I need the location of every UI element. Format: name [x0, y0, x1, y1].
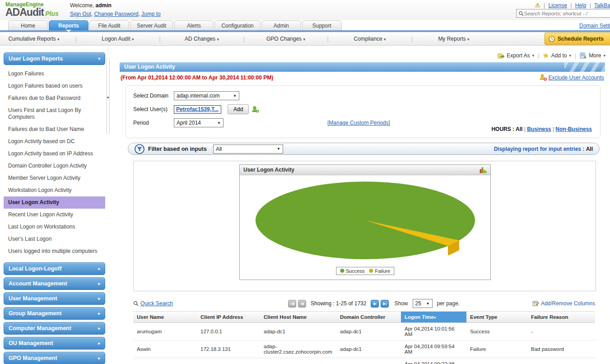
hours-filter: HOURS : All | Business | Non-Business: [491, 126, 592, 132]
sidebar-item-last-logon-workstations[interactable]: Last Logon on Workstations: [4, 221, 105, 233]
tab-admin[interactable]: Admin: [261, 20, 301, 30]
primary-tabs: Home Reports File Audit Server Audit Ale…: [0, 20, 610, 30]
domain-settings-link[interactable]: Domain Settings: [579, 23, 610, 29]
sidebar-item-logon-failures[interactable]: Logon Failures: [4, 68, 105, 80]
col-failure-reason[interactable]: Failure Reason: [527, 312, 595, 323]
col-domain-controller[interactable]: Domain Controller: [336, 312, 401, 323]
license-link[interactable]: License: [548, 2, 567, 9]
chart-type-icon[interactable]: [480, 167, 487, 173]
report-title: User Logon Activity: [124, 64, 175, 70]
sidebar-section-group-management[interactable]: Group Management▸: [4, 307, 105, 320]
tab-configuration[interactable]: Configuration: [214, 20, 260, 30]
subnav-cumulative-reports[interactable]: Cumulative Reports ▾: [0, 36, 68, 42]
schedule-reports-button[interactable]: Schedule Reports: [545, 33, 610, 45]
last-page-button[interactable]: ▶|: [381, 300, 389, 308]
search-input[interactable]: [524, 11, 605, 16]
table-row[interactable]: Aswin 172.18.3.131 adap-cluster2.csez.zo…: [133, 341, 595, 358]
sidebar-item-bad-user-name[interactable]: Failures due to Bad User Name: [4, 123, 105, 135]
domain-select[interactable]: adap.internal.com ▼: [174, 91, 239, 100]
report-criteria-panel: Select Domain adap.internal.com ▼ Select…: [126, 85, 601, 138]
tab-file-audit[interactable]: File Audit: [89, 20, 129, 30]
col-client-ip[interactable]: Client IP Address: [197, 312, 260, 323]
failure-legend-dot: [369, 269, 373, 273]
tab-alerts[interactable]: Alerts: [174, 20, 214, 30]
period-select[interactable]: April 2014 ▼: [174, 118, 224, 127]
filter-status: Displaying report for input entries : Al…: [494, 146, 593, 152]
hours-nonbusiness-link[interactable]: Non-Business: [555, 126, 592, 132]
select-users-label: Select User(s): [133, 106, 174, 112]
sidebar-item-first-last-logon[interactable]: Users First and Last Logon By Computers: [4, 104, 105, 123]
report-date-range: (From Apr 01,2014 12:00:00 AM to Apr 30,…: [121, 75, 273, 81]
sidebar-item-member-server[interactable]: Member Server Logon Activity: [4, 172, 105, 184]
exclude-user-accounts-link[interactable]: Exclude User Accounts: [540, 74, 604, 81]
sidebar-item-dc-logon-activity[interactable]: Domain Controller Logon Activity: [4, 160, 105, 172]
tab-reports[interactable]: Reports: [49, 20, 88, 30]
sidebar-section-user-management[interactable]: User Management▸: [4, 292, 105, 305]
page-size-select[interactable]: 25 ▼: [413, 299, 433, 308]
period-label: Period: [133, 120, 174, 126]
table-toolbar: Quick Search |◀ ◀ Showing : 1-25 of 1732…: [133, 298, 595, 309]
sidebar-item-logon-activity-ip[interactable]: Logon Activity based on IP Address: [4, 148, 105, 160]
table-row[interactable]: Administrator 127.0.0.1 adap-dc2 adap-dc…: [133, 358, 595, 364]
add-users-button[interactable]: Add: [228, 104, 249, 114]
help-link[interactable]: Help: [575, 2, 587, 9]
talkback-link[interactable]: TalkBack: [594, 2, 610, 9]
select-arrow-icon: ▼: [426, 302, 430, 306]
tab-support[interactable]: Support: [302, 20, 342, 30]
subnav-logon-audit[interactable]: Logon Audit ▾: [84, 36, 152, 42]
subnav-gpo-changes[interactable]: GPO Changes ▾: [252, 36, 320, 42]
col-logon-time-sorted[interactable]: Logon Time▾: [401, 312, 466, 323]
col-event-type[interactable]: Event Type: [466, 312, 527, 323]
jump-to-link[interactable]: Jump to: [141, 11, 161, 17]
sign-out-link[interactable]: Sign Out: [70, 11, 91, 17]
sidebar-item-multiple-computers[interactable]: Users logged into multiple computers: [4, 245, 105, 257]
subnav-my-reports[interactable]: My Reports ▾: [420, 36, 488, 42]
sidebar-item-workstation[interactable]: Workstation Logon Activity: [4, 184, 105, 196]
subnav-ad-changes[interactable]: AD Changes ▾: [168, 36, 236, 42]
tab-server-audit[interactable]: Server Audit: [130, 20, 173, 30]
showing-range: 1-25 of 1732: [336, 300, 366, 307]
search-icon: [133, 301, 139, 306]
select-domain-label: Select Domain: [133, 93, 174, 99]
chevron-right-icon: ▸: [98, 266, 100, 271]
sidebar-item-recent-user-logon[interactable]: Recent User Logon Activity: [4, 209, 105, 221]
add-user-icon[interactable]: [251, 106, 259, 113]
tab-home[interactable]: Home: [8, 20, 48, 30]
add-remove-columns-link[interactable]: Add/Remove Columns: [532, 300, 595, 307]
change-password-link[interactable]: Change Password: [94, 11, 138, 17]
filter-select[interactable]: All ▼: [213, 145, 283, 154]
select-arrow-icon: ▼: [233, 94, 237, 98]
sidebar-item-logon-activity-dc[interactable]: Logon Activity based on DC: [4, 135, 105, 148]
next-page-button[interactable]: ▶: [371, 300, 379, 308]
sort-desc-icon: ▾: [434, 316, 436, 320]
clock-icon: [549, 36, 555, 42]
more-button[interactable]: More▾: [580, 52, 605, 59]
first-page-button[interactable]: |◀: [288, 300, 296, 308]
hours-business-link[interactable]: Business: [527, 126, 551, 132]
subnav-compliance[interactable]: Compliance ▾: [336, 36, 404, 42]
sidebar-section-account-management[interactable]: Account Management▸: [4, 277, 105, 290]
top-links: ⚠ | License | Help | TalkBack: [535, 2, 610, 9]
report-search[interactable]: [516, 9, 610, 18]
sidebar-section-user-logon-reports[interactable]: User Logon Reports ▾: [4, 52, 105, 65]
sidebar-section-ou-management[interactable]: OU Management▸: [4, 337, 105, 350]
quick-search-link[interactable]: Quick Search: [133, 300, 173, 307]
selected-users-field[interactable]: Petrofac1539,T...: [174, 105, 221, 114]
chevron-right-icon: ▸: [98, 296, 100, 301]
add-to-button[interactable]: ★ Add to▾: [543, 51, 571, 60]
sidebar-item-bad-password[interactable]: Failures due to Bad Password: [4, 92, 105, 104]
sidebar-item-user-logon-activity[interactable]: User Logon Activity: [4, 196, 105, 209]
sidebar-section-local-logon-logoff[interactable]: Local Logon-Logoff▸: [4, 262, 105, 275]
prev-page-button[interactable]: ◀: [298, 300, 306, 308]
hours-all[interactable]: All: [516, 126, 522, 132]
table-row[interactable]: arumugam 127.0.0.1 adap-dc1 adap-dc1 Apr…: [133, 323, 595, 341]
col-client-host[interactable]: Client Host Name: [260, 312, 336, 323]
export-as-button[interactable]: Export As▾: [498, 52, 534, 59]
sidebar-section-gpo-management[interactable]: GPO Management▸: [4, 352, 105, 364]
sidebar-item-logon-failures-users[interactable]: Logon Failures based on users: [4, 80, 105, 92]
warning-icon[interactable]: ⚠: [535, 2, 540, 9]
sidebar-section-computer-management[interactable]: Computer Management▸: [4, 322, 105, 335]
manage-custom-periods-link[interactable]: [Manage Custom Periods]: [327, 120, 390, 126]
col-user-name[interactable]: User Name: [133, 312, 197, 323]
sidebar-item-users-last-logon[interactable]: User's Last Logon: [4, 233, 105, 245]
